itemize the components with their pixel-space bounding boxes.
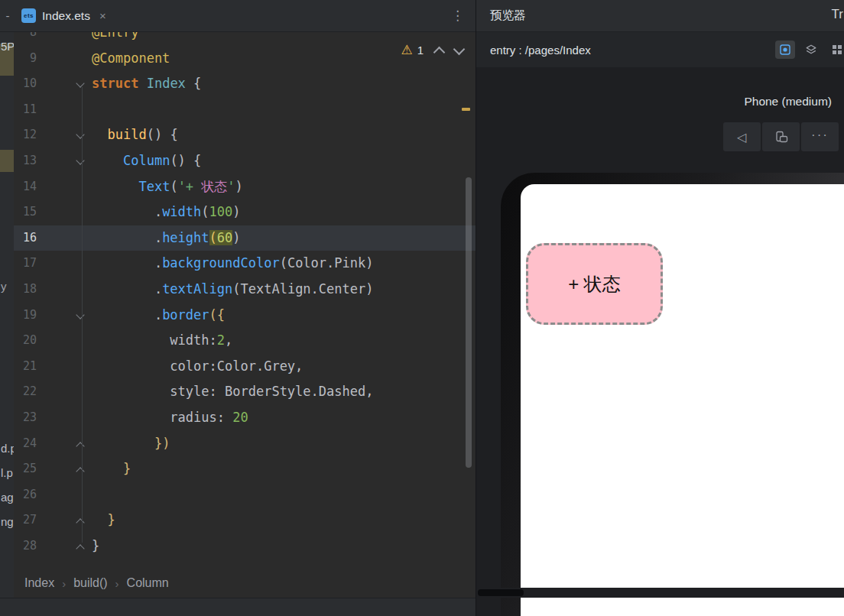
fold-gutter bbox=[37, 174, 92, 200]
fold-gutter bbox=[37, 379, 92, 405]
chevron-up-icon[interactable] bbox=[433, 46, 446, 58]
tab-close-icon[interactable]: × bbox=[99, 9, 106, 22]
line-number: 21 bbox=[14, 354, 37, 380]
line-number: 12 bbox=[14, 122, 37, 148]
line-number: 15 bbox=[14, 199, 37, 225]
fold-gutter bbox=[37, 328, 92, 354]
grid-icon bbox=[831, 44, 843, 56]
chevron-down-icon[interactable] bbox=[453, 43, 466, 55]
project-item-fragment[interactable]: 5P bbox=[1, 40, 14, 53]
line-number: 8 bbox=[14, 32, 37, 46]
code-line-13[interactable]: 13 Column() { bbox=[14, 148, 476, 174]
editor-options-icon[interactable]: ⋮ bbox=[440, 8, 476, 24]
preview-controls: ◁ ··· bbox=[723, 122, 839, 151]
code-line-21[interactable]: 21 color:Color.Grey, bbox=[14, 354, 476, 380]
ets-file-icon: ets bbox=[21, 8, 36, 23]
breadcrumb-item[interactable]: Index bbox=[24, 576, 54, 590]
inspect-button[interactable] bbox=[775, 41, 795, 59]
code-text: Column() { bbox=[92, 148, 476, 174]
warning-icon: ⚠ bbox=[401, 42, 412, 58]
breadcrumb-separator: › bbox=[115, 577, 119, 590]
line-number: 28 bbox=[14, 533, 37, 559]
code-line-18[interactable]: 18 .textAlign(TextAlign.Center) bbox=[14, 277, 476, 303]
previewer-panel: 预览器 Tr entry : /pages/Index bbox=[476, 0, 844, 616]
code-line-25[interactable]: 25 } bbox=[14, 456, 476, 482]
code-text: color:Color.Grey, bbox=[92, 354, 476, 380]
preview-status-text: + 状态 bbox=[568, 272, 621, 297]
code-text: } bbox=[92, 456, 476, 482]
code-line-20[interactable]: 20 width:2, bbox=[14, 328, 476, 354]
device-profile-label: Phone (medium) bbox=[744, 95, 832, 109]
code-line-10[interactable]: 10struct Index { bbox=[14, 71, 476, 97]
code-line-24[interactable]: 24 }) bbox=[14, 431, 476, 457]
fold-marker-icon[interactable] bbox=[37, 303, 92, 329]
code-line-15[interactable]: 15 .width(100) bbox=[14, 199, 476, 225]
line-number: 14 bbox=[14, 174, 37, 200]
code-text: struct Index { bbox=[92, 71, 476, 97]
preview-canvas: Phone (medium) ◁ ··· + bbox=[476, 67, 844, 616]
code-line-26[interactable]: 26 bbox=[14, 482, 476, 508]
warning-stripe-mark[interactable] bbox=[462, 108, 470, 111]
code-line-22[interactable]: 22 style: BorderStyle.Dashed, bbox=[14, 379, 476, 405]
project-selection-highlight bbox=[0, 150, 14, 172]
fold-marker-icon[interactable] bbox=[37, 533, 92, 559]
more-icon: ··· bbox=[811, 128, 829, 143]
preview-status-box[interactable]: + 状态 bbox=[526, 243, 663, 325]
code-line-27[interactable]: 27 } bbox=[14, 507, 476, 533]
code-line-16[interactable]: 16 .height(60) bbox=[14, 225, 476, 251]
warning-count: 1 bbox=[417, 44, 424, 57]
orientation-button[interactable] bbox=[762, 122, 800, 151]
project-item-fragment[interactable]: y bbox=[1, 280, 7, 293]
code-text: .backgroundColor(Color.Pink) bbox=[92, 251, 476, 277]
fold-gutter bbox=[37, 46, 92, 72]
fold-marker-icon[interactable] bbox=[37, 431, 92, 457]
code-text: } bbox=[92, 507, 476, 533]
line-number: 16 bbox=[14, 225, 37, 251]
editor-scrollbar[interactable] bbox=[466, 177, 472, 468]
fold-marker-icon[interactable] bbox=[37, 71, 92, 97]
tab-index-ets[interactable]: ets Index.ets × bbox=[15, 0, 114, 31]
code-text: build() { bbox=[92, 122, 476, 148]
code-line-19[interactable]: 19 .border({ bbox=[14, 303, 476, 329]
project-item-fragment[interactable]: ng bbox=[1, 515, 14, 528]
code-line-28[interactable]: 28} bbox=[14, 533, 476, 559]
project-strip[interactable]: 5Pyd.pl.pagng bbox=[0, 32, 14, 616]
breadcrumb-item[interactable]: Column bbox=[127, 576, 169, 590]
previewer-entry-path: entry : /pages/Index bbox=[490, 44, 591, 57]
preview-hscrollbar-thumb[interactable] bbox=[478, 589, 524, 596]
preview-hscrollbar-track bbox=[476, 588, 844, 598]
text-tool-icon[interactable]: Tr bbox=[832, 7, 843, 22]
code-line-14[interactable]: 14 Text('+ 状态') bbox=[14, 174, 476, 200]
line-number: 18 bbox=[14, 277, 37, 303]
code-line-11[interactable]: 11 bbox=[14, 97, 476, 123]
grid-button[interactable] bbox=[827, 41, 844, 59]
code-text: .height(60) bbox=[92, 225, 476, 251]
project-item-fragment[interactable]: ag bbox=[1, 491, 14, 504]
code-line-23[interactable]: 23 radius: 20 bbox=[14, 405, 476, 431]
code-line-12[interactable]: 12 build() { bbox=[14, 122, 476, 148]
previewer-header: 预览器 Tr bbox=[476, 0, 844, 32]
breadcrumb-item[interactable]: build() bbox=[73, 576, 107, 590]
rotate-button[interactable]: ◁ bbox=[723, 122, 761, 151]
code-line-17[interactable]: 17 .backgroundColor(Color.Pink) bbox=[14, 251, 476, 277]
code-editor[interactable]: 8@Entry9@Component10struct Index {1112 b… bbox=[14, 32, 476, 569]
line-number: 17 bbox=[14, 251, 37, 277]
code-text bbox=[92, 97, 476, 123]
code-text: .border({ bbox=[92, 303, 476, 329]
fold-marker-icon[interactable] bbox=[37, 456, 92, 482]
project-item-fragment[interactable]: l.p bbox=[1, 466, 13, 479]
project-item-fragment[interactable]: d.p bbox=[1, 442, 14, 455]
fold-marker-icon[interactable] bbox=[37, 148, 92, 174]
layers-icon bbox=[805, 44, 817, 56]
line-number: 26 bbox=[14, 482, 37, 508]
fold-marker-icon[interactable] bbox=[37, 122, 92, 148]
phone-frame: + 状态 bbox=[501, 173, 844, 616]
code-text: }) bbox=[92, 431, 476, 457]
fold-marker-icon[interactable] bbox=[37, 507, 92, 533]
more-options-button[interactable]: ··· bbox=[801, 122, 839, 151]
fold-gutter bbox=[37, 405, 92, 431]
phone-screen: + 状态 bbox=[521, 184, 844, 616]
code-text: .width(100) bbox=[92, 199, 476, 225]
layers-button[interactable] bbox=[801, 41, 821, 59]
line-number: 9 bbox=[14, 46, 37, 72]
